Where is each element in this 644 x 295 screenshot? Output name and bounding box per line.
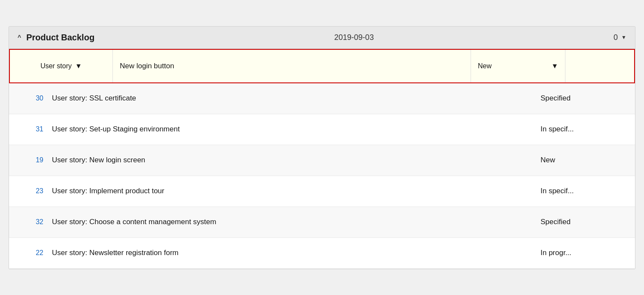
table-row[interactable]: 22User story: Newsletter registration fo… xyxy=(9,238,635,269)
collapse-button[interactable]: ^ xyxy=(18,34,21,41)
table-row[interactable]: 31User story: Set-up Staging environment… xyxy=(9,114,635,145)
header-count: 0 xyxy=(614,33,618,42)
row-status: New xyxy=(541,156,626,164)
row-id: 22 xyxy=(18,249,52,257)
row-id: 19 xyxy=(18,156,52,164)
row-title: User story: Implement product tour xyxy=(52,187,541,195)
header-dropdown-arrow[interactable]: ▼ xyxy=(621,34,626,40)
backlog-items-list: 30User story: SSL certificateSpecified31… xyxy=(9,83,635,269)
panel-title: Product Backlog xyxy=(26,33,94,43)
header-left: ^ Product Backlog xyxy=(18,33,94,43)
type-dropdown-arrow: ▼ xyxy=(75,62,82,70)
header-right: 0 ▼ xyxy=(614,33,626,42)
table-row[interactable]: 19User story: New login screenNew xyxy=(9,145,635,176)
row-status: In specif... xyxy=(541,187,626,195)
status-selector[interactable]: New ▼ xyxy=(471,50,565,82)
row-status: In specif... xyxy=(541,125,626,134)
table-row[interactable]: 23User story: Implement product tourIn s… xyxy=(9,176,635,207)
row-id: 32 xyxy=(18,218,52,226)
new-item-row: User story ▼ New ▼ xyxy=(9,49,635,83)
row-id: 31 xyxy=(18,125,52,133)
new-item-title-input[interactable] xyxy=(113,50,471,82)
row-status: In progr... xyxy=(541,249,626,257)
new-row-extra-field xyxy=(565,50,634,82)
panel-header: ^ Product Backlog 2019-09-03 0 ▼ xyxy=(9,27,635,49)
row-title: User story: Choose a content management … xyxy=(52,218,541,226)
row-title: User story: Newsletter registration form xyxy=(52,249,541,257)
product-backlog-panel: ^ Product Backlog 2019-09-03 0 ▼ User st… xyxy=(9,26,635,269)
row-title: User story: Set-up Staging environment xyxy=(52,125,541,134)
row-status: Specified xyxy=(541,94,626,103)
table-row[interactable]: 32User story: Choose a content managemen… xyxy=(9,207,635,238)
table-row[interactable]: 30User story: SSL certificateSpecified xyxy=(9,83,635,114)
type-selector[interactable]: User story ▼ xyxy=(10,50,113,82)
status-label: New xyxy=(478,62,492,70)
row-title: User story: New login screen xyxy=(52,156,541,164)
header-date: 2019-09-03 xyxy=(334,33,374,42)
status-dropdown-arrow: ▼ xyxy=(551,62,558,70)
type-label: User story xyxy=(40,62,72,70)
row-title: User story: SSL certificate xyxy=(52,94,541,103)
row-id: 23 xyxy=(18,187,52,195)
row-id: 30 xyxy=(18,94,52,102)
row-status: Specified xyxy=(541,218,626,226)
